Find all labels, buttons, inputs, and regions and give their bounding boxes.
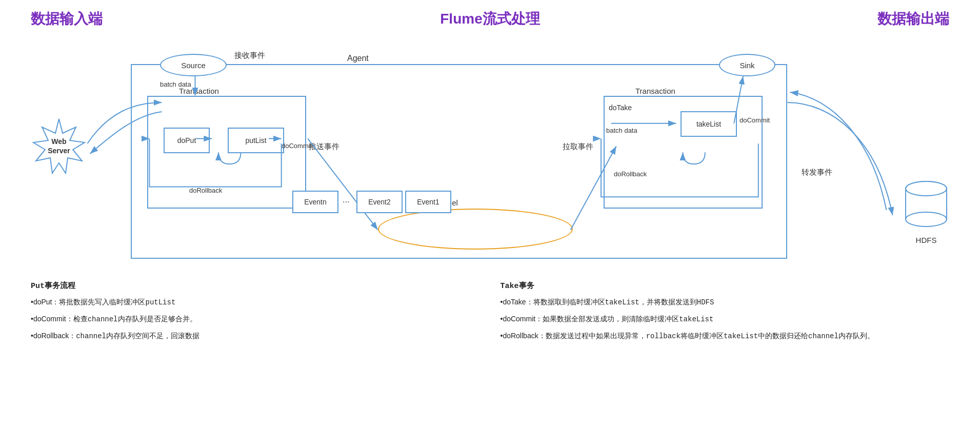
top-headers: 数据输入端 Flume流式处理 数据输出端	[0, 0, 980, 29]
svg-point-11	[906, 212, 947, 227]
header-right: 数据输出端	[877, 9, 949, 29]
bottom-left: Put事务流程 •doPut：将批数据先写入临时缓冲区putList •doCo…	[31, 279, 480, 346]
header-center: Flume流式处理	[440, 9, 539, 29]
channel-ellipse	[378, 209, 573, 250]
transaction-label-right: Transaction	[635, 87, 675, 95]
push-event-label: 推送事件	[309, 142, 339, 152]
dorollback-label-left: doRollback	[189, 187, 222, 194]
take-item-2: •doCommit：如果数据全部发送成功，则清除临时缓冲区takeList	[501, 313, 950, 326]
doput-box: doPut	[164, 128, 210, 153]
dotake-label: doTake	[609, 104, 632, 112]
web-server-label: WebServer	[48, 137, 70, 155]
docommit-label-right: doCommit	[739, 116, 770, 124]
diagram-area: WebServer Agent Source 接收事件 batch data T…	[31, 36, 949, 272]
header-left: 数据输入端	[31, 9, 103, 29]
put-item-2: •doCommit：检查channel内存队列是否足够合并。	[31, 313, 480, 326]
hdfs-label: HDFS	[903, 236, 949, 244]
web-server: WebServer	[31, 118, 87, 174]
put-item-1: •doPut：将批数据先写入临时缓冲区putList	[31, 296, 480, 309]
event1-box: Event1	[405, 191, 451, 213]
dots-label: ···	[343, 197, 349, 207]
putlist-box: putList	[228, 128, 284, 153]
bottom-right: Take事务 •doTake：将数据取到临时缓冲区takeList，并将数据发送…	[501, 279, 950, 346]
takelist-box: takeList	[681, 111, 737, 137]
put-item-3: •doRollback：channel内存队列空间不足，回滚数据	[31, 330, 480, 343]
put-title: Put事务流程	[31, 279, 480, 293]
bottom-section: Put事务流程 •doPut：将批数据先写入临时缓冲区putList •doCo…	[31, 279, 949, 346]
transaction-label-left: Transaction	[179, 87, 219, 95]
channel-area: Channel	[378, 209, 573, 250]
take-title: Take事务	[501, 279, 950, 293]
event2-box: Event2	[356, 191, 403, 213]
hdfs-container: HDFS	[903, 179, 949, 244]
receive-event-label: 接收事件	[234, 51, 265, 60]
forward-event-label: 转发事件	[802, 168, 832, 177]
batch-data-label-right: batch data	[606, 127, 637, 134]
take-item-3: •doRollback：数据发送过程中如果出现异常，rollback将临时缓冲区…	[501, 330, 950, 343]
agent-box: Agent Source 接收事件 batch data Transaction…	[131, 64, 787, 259]
eventn-box: Eventn	[292, 191, 338, 213]
agent-label: Agent	[347, 54, 369, 63]
svg-line-5	[308, 138, 378, 230]
sink-ellipse: Sink	[719, 54, 775, 76]
transaction-left-box: Transaction doPut putList doCommit doRol…	[147, 96, 306, 209]
docommit-label-left: doCommit	[282, 142, 312, 150]
dorollback-label-right: doRollback	[614, 170, 647, 178]
svg-point-12	[906, 181, 947, 196]
take-item-1: •doTake：将数据取到临时缓冲区takeList，并将数据发送到HDFS	[501, 296, 950, 309]
source-ellipse: Source	[160, 54, 227, 76]
pull-event-label: 拉取事件	[563, 142, 593, 152]
